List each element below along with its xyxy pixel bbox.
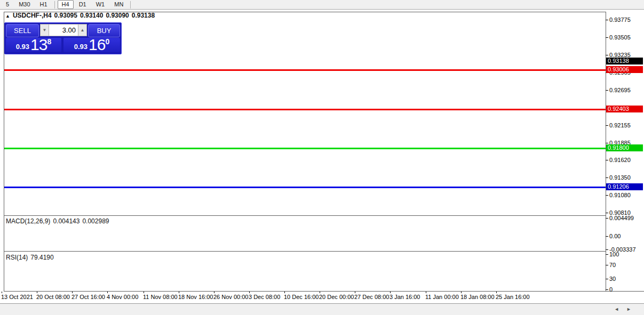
time-tick-label: 10 Dec 16:00 [284, 294, 319, 300]
ohlc-close: 0.93138 [132, 12, 155, 19]
time-tick-label: 3 Jan 16:00 [389, 294, 420, 300]
ohlc-low: 0.93090 [106, 12, 129, 19]
ask-price-main: 16 [89, 38, 105, 52]
rsi-tick-dash [606, 289, 608, 290]
timeframe-button-h4[interactable]: H4 [58, 0, 74, 9]
macd-tick-dash [606, 218, 608, 219]
time-tick-dash [249, 292, 250, 293]
time-tick-label: 4 Nov 00:00 [107, 294, 138, 300]
toolbar-separator [54, 1, 55, 9]
support-tag-green: 0.91800 [606, 144, 643, 151]
rsi-axis-label: 100 [609, 251, 642, 258]
ohlc-high: 0.93140 [80, 12, 103, 19]
chart-window: ▲USDCHF-,H40.930950.931400.930900.93138 … [0, 10, 644, 315]
volume-stepper: ▼ ▲ [40, 24, 87, 36]
time-tick-label: 13 Oct 2021 [1, 294, 33, 300]
time-tick-label: 20 Dec 00:00 [319, 294, 354, 300]
tabs-scroll-right-icon[interactable]: ► [626, 306, 639, 312]
time-tick-label: 26 Nov 00:00 [213, 294, 248, 300]
time-axis: 13 Oct 202120 Oct 08:0027 Oct 16:004 Nov… [0, 292, 644, 303]
timeframe-button-m30[interactable]: M30 [14, 0, 34, 9]
support-line-blue[interactable] [4, 187, 606, 188]
timeframe-button-w1[interactable]: W1 [92, 0, 109, 9]
chart-tab-bar: ◄► [0, 303, 644, 315]
volume-decrease-icon[interactable]: ▼ [40, 24, 49, 36]
mt4-terminal: 5M30H1H4D1W1MN ▲USDCHF-,H40.930950.93140… [0, 0, 644, 315]
rsi-tick-dash [606, 254, 608, 255]
price-tick-dash [606, 160, 608, 160]
macd-axis-label: 0.00 [609, 233, 642, 240]
bid-price-pip: 8 [47, 37, 51, 46]
rsi-axis-label: 0 [609, 286, 642, 293]
price-tick-label: 0.92695 [609, 87, 642, 94]
price-tick-label: 0.92155 [609, 122, 642, 129]
ask-price-prefix: 0.93 [74, 42, 88, 52]
toolbar-separator [130, 1, 131, 9]
time-tick-dash [390, 292, 391, 293]
ohlc-open: 0.93095 [54, 12, 77, 19]
time-tick-label: 11 Jan 00:00 [425, 294, 459, 300]
ask-price-pip: 0 [105, 37, 109, 46]
rsi-indicator-canvas[interactable] [4, 252, 606, 291]
time-tick-label: 27 Dec 08:00 [354, 294, 389, 300]
timeframe-button-d1[interactable]: D1 [75, 0, 91, 9]
volume-input[interactable] [49, 24, 78, 36]
price-tick-dash [606, 90, 608, 91]
collapse-icon[interactable]: ▲ [5, 13, 10, 19]
macd-tick-dash [606, 236, 608, 237]
timeframe-button-5[interactable]: 5 [2, 0, 13, 9]
price-tick-dash [606, 195, 608, 196]
rsi-tick-dash [606, 279, 608, 279]
rsi-label: RSI(14)79.4190 [6, 254, 57, 261]
timeframe-toolbar: 5M30H1H4D1W1MN [0, 0, 644, 10]
time-tick-dash [37, 292, 37, 293]
macd-label: MACD(12,26,9)0.0041430.002989 [6, 217, 112, 225]
rsi-value: 79.4190 [30, 254, 53, 261]
time-tick-label: 18 Nov 16:00 [178, 294, 213, 300]
price-tick-dash [606, 177, 608, 178]
time-tick-label: 25 Jan 16:00 [496, 294, 530, 300]
bid-price-prefix: 0.93 [16, 42, 29, 52]
rsi-tick-dash [606, 265, 608, 265]
price-tick-dash [606, 55, 608, 55]
volume-increase-icon[interactable]: ▲ [78, 24, 87, 36]
time-tick-dash [107, 292, 108, 293]
macd-name: MACD(12,26,9) [6, 217, 50, 225]
rsi-axis-label: 70 [609, 262, 642, 269]
price-tick-label: 0.91080 [609, 192, 642, 199]
resistance-tag-2: 0.92403 [606, 106, 643, 112]
resistance-line-1[interactable] [4, 69, 606, 71]
price-tick-dash [606, 37, 608, 38]
support-line-green[interactable] [4, 148, 606, 149]
price-tick-label: 0.93775 [609, 17, 642, 23]
price-tick-dash [606, 20, 608, 20]
time-tick-dash [355, 292, 355, 293]
rsi-name: RSI(14) [6, 254, 28, 261]
ask-price-display[interactable]: 0.93 16 0 [63, 38, 120, 52]
support-tag-blue: 0.91206 [606, 183, 643, 190]
resistance-tag-1: 0.93006 [606, 66, 643, 73]
timeframe-button-mn[interactable]: MN [110, 0, 128, 9]
time-tick-label: 3 Dec 08:00 [249, 294, 280, 300]
time-tick-label: 18 Jan 08:00 [460, 294, 495, 300]
time-tick-label: 11 Nov 08:00 [143, 294, 178, 300]
bid-price-main: 13 [30, 38, 47, 52]
time-tick-dash [320, 292, 320, 293]
price-tick-dash [606, 213, 608, 213]
time-tick-dash [214, 292, 214, 293]
time-tick-dash [426, 292, 426, 293]
resistance-line-2[interactable] [4, 109, 606, 110]
time-tick-dash [179, 292, 179, 293]
timeframe-button-h1[interactable]: H1 [36, 0, 52, 9]
time-tick-dash [496, 292, 497, 293]
time-tick-dash [72, 292, 73, 293]
bid-price-display[interactable]: 0.93 13 8 [6, 38, 61, 52]
time-tick-dash [461, 292, 462, 293]
price-tick-label: 0.91620 [609, 157, 642, 164]
macd-signal-value: 0.002989 [82, 217, 109, 225]
time-tick-label: 20 Oct 08:00 [36, 294, 70, 300]
macd-main-value: 0.004143 [53, 217, 79, 225]
tabs-scroll-left-icon[interactable]: ◄ [614, 306, 626, 312]
one-click-trading-panel: SELL ▼ ▲ BUY 0.93 13 8 0.93 16 0 [4, 22, 122, 54]
current-price-tag: 0.93138 [606, 58, 643, 64]
